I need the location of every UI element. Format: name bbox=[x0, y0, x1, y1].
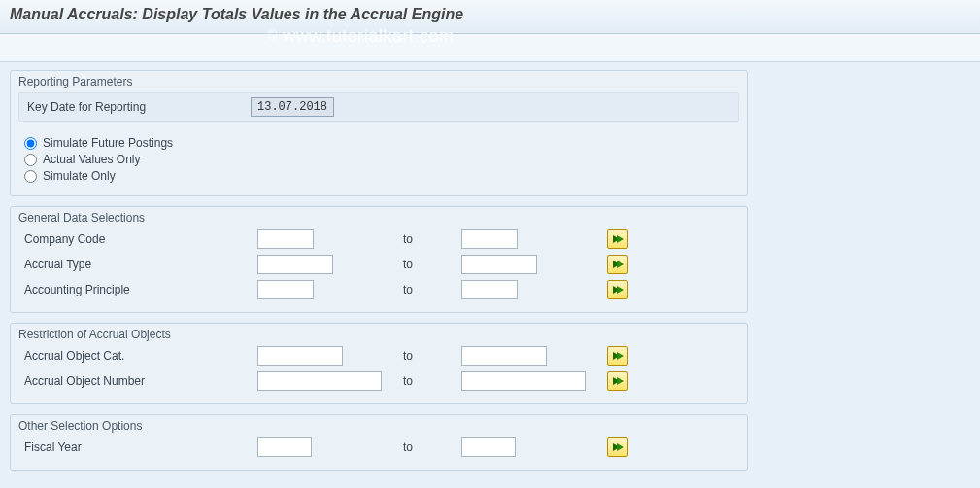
to-label-accounting-principle: to bbox=[403, 283, 461, 296]
input-fiscal-year-to[interactable] bbox=[461, 437, 516, 457]
input-accounting-principle-from[interactable] bbox=[257, 280, 314, 299]
label-accrual-object-number: Accrual Object Number bbox=[18, 374, 257, 388]
to-label-fiscal-year: to bbox=[403, 440, 461, 454]
to-label-accrual-object-cat: to bbox=[403, 349, 461, 363]
to-label-company-code: to bbox=[403, 232, 461, 246]
radio-simulate-future-label: Simulate Future Postings bbox=[43, 136, 173, 150]
label-accrual-object-cat: Accrual Object Cat. bbox=[18, 349, 257, 363]
keydate-row: Key Date for Reporting 13.07.2018 bbox=[18, 92, 739, 122]
input-company-code-to[interactable] bbox=[461, 229, 518, 249]
svg-marker-1 bbox=[617, 235, 624, 243]
radio-simulate-only-label: Simulate Only bbox=[43, 169, 116, 183]
multiple-selection-button[interactable] bbox=[607, 371, 628, 391]
row-company-code: Company Code to bbox=[18, 228, 739, 250]
radio-simulate-only[interactable]: Simulate Only bbox=[24, 169, 737, 183]
multiple-selection-button[interactable] bbox=[607, 255, 628, 274]
group-restriction-accrual-objects: Restriction of Accrual Objects Accrual O… bbox=[10, 323, 748, 404]
other-grid: Fiscal Year to bbox=[18, 436, 739, 458]
radio-simulate-only-input[interactable] bbox=[24, 170, 37, 183]
radio-actual-only-label: Actual Values Only bbox=[43, 153, 141, 166]
group-legend-reporting: Reporting Parameters bbox=[18, 75, 739, 88]
input-accrual-object-number-to[interactable] bbox=[461, 371, 586, 391]
posting-mode-radio-group: Simulate Future Postings Actual Values O… bbox=[18, 127, 739, 188]
label-accrual-type: Accrual Type bbox=[18, 258, 257, 271]
radio-actual-only-input[interactable] bbox=[24, 154, 37, 166]
input-accrual-type-to[interactable] bbox=[461, 255, 537, 274]
arrow-right-icon bbox=[612, 351, 624, 361]
label-fiscal-year: Fiscal Year bbox=[18, 440, 257, 454]
input-accrual-object-cat-from[interactable] bbox=[257, 346, 343, 366]
input-accrual-object-number-from[interactable] bbox=[257, 371, 382, 391]
svg-marker-11 bbox=[617, 443, 624, 451]
label-accounting-principle: Accounting Principle bbox=[18, 283, 257, 296]
restriction-grid: Accrual Object Cat. to Accrual Object Nu… bbox=[18, 345, 739, 392]
toolbar-strip: © www.tutorialkart.com bbox=[0, 34, 980, 62]
group-legend-general: General Data Selections bbox=[18, 211, 739, 225]
to-label-accrual-object-number: to bbox=[403, 374, 461, 388]
multiple-selection-button[interactable] bbox=[607, 280, 628, 299]
row-fiscal-year: Fiscal Year to bbox=[18, 436, 739, 458]
row-accrual-type: Accrual Type to bbox=[18, 254, 739, 275]
multiple-selection-button[interactable] bbox=[607, 229, 628, 249]
group-legend-restriction: Restriction of Accrual Objects bbox=[18, 328, 739, 341]
to-label-accrual-type: to bbox=[403, 258, 461, 271]
title-bar: Manual Accruals: Display Totals Values i… bbox=[0, 0, 980, 34]
radio-simulate-future-input[interactable] bbox=[24, 137, 37, 150]
general-grid: Company Code to Accrual Type to Accounti… bbox=[18, 228, 739, 300]
input-accounting-principle-to[interactable] bbox=[461, 280, 518, 299]
multiple-selection-button[interactable] bbox=[607, 346, 628, 366]
group-legend-other: Other Selection Options bbox=[18, 419, 739, 433]
svg-marker-7 bbox=[617, 352, 624, 360]
arrow-right-icon bbox=[612, 442, 624, 452]
row-accrual-object-number: Accrual Object Number to bbox=[18, 370, 739, 392]
content-area: Reporting Parameters Key Date for Report… bbox=[0, 62, 758, 488]
svg-marker-5 bbox=[617, 286, 624, 294]
arrow-right-icon bbox=[612, 234, 624, 244]
svg-marker-3 bbox=[617, 261, 624, 268]
arrow-right-icon bbox=[612, 285, 624, 295]
page-title: Manual Accruals: Display Totals Values i… bbox=[10, 6, 970, 23]
keydate-label: Key Date for Reporting bbox=[27, 100, 251, 114]
radio-actual-only[interactable]: Actual Values Only bbox=[24, 153, 737, 166]
group-general-data-selections: General Data Selections Company Code to … bbox=[10, 206, 748, 313]
group-other-selection-options: Other Selection Options Fiscal Year to bbox=[10, 414, 748, 471]
keydate-value[interactable]: 13.07.2018 bbox=[251, 97, 334, 117]
arrow-right-icon bbox=[612, 260, 624, 269]
arrow-right-icon bbox=[612, 376, 624, 386]
group-reporting-parameters: Reporting Parameters Key Date for Report… bbox=[10, 70, 748, 196]
label-company-code: Company Code bbox=[18, 232, 257, 246]
radio-simulate-future[interactable]: Simulate Future Postings bbox=[24, 136, 737, 150]
input-company-code-from[interactable] bbox=[257, 229, 314, 249]
svg-marker-9 bbox=[617, 377, 624, 385]
input-accrual-object-cat-to[interactable] bbox=[461, 346, 547, 366]
row-accrual-object-cat: Accrual Object Cat. to bbox=[18, 345, 739, 366]
input-accrual-type-from[interactable] bbox=[257, 255, 333, 274]
input-fiscal-year-from[interactable] bbox=[257, 437, 312, 457]
row-accounting-principle: Accounting Principle to bbox=[18, 279, 739, 300]
multiple-selection-button[interactable] bbox=[607, 437, 628, 457]
